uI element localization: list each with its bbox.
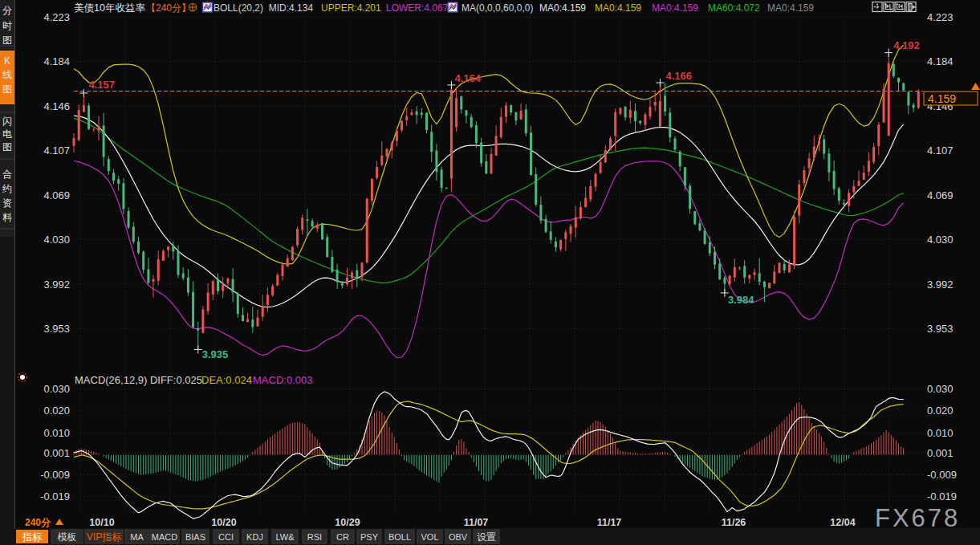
svg-text:BOLL: BOLL <box>388 532 411 542</box>
svg-text:MA60:4.072: MA60:4.072 <box>708 2 760 14</box>
svg-text:11/26: 11/26 <box>722 517 746 528</box>
svg-text:FX678: FX678 <box>875 504 960 532</box>
svg-text:CCI: CCI <box>218 532 234 542</box>
svg-text:MACD(26,12,9) DIFF:0.025: MACD(26,12,9) DIFF:0.025 <box>75 374 202 386</box>
svg-text:0.010: 0.010 <box>927 427 954 439</box>
svg-text:时: 时 <box>2 20 12 31</box>
svg-text:4.107: 4.107 <box>927 144 954 157</box>
svg-text:4.069: 4.069 <box>927 189 954 201</box>
svg-text:4.184: 4.184 <box>43 55 70 67</box>
svg-text:11/17: 11/17 <box>597 517 622 528</box>
svg-text:4.164: 4.164 <box>454 72 481 84</box>
svg-text:指标: 指标 <box>22 531 43 543</box>
svg-text:约: 约 <box>2 183 12 194</box>
svg-text:设置: 设置 <box>477 531 496 543</box>
svg-text:资: 资 <box>2 197 12 209</box>
svg-text:-0.019: -0.019 <box>40 490 70 502</box>
svg-text:4.146: 4.146 <box>43 100 70 112</box>
svg-text:240分: 240分 <box>25 517 51 528</box>
svg-text:RSI: RSI <box>307 532 322 542</box>
svg-text:3.953: 3.953 <box>43 323 70 335</box>
svg-text:MACD:0.003: MACD:0.003 <box>253 374 312 386</box>
svg-text:4.030: 4.030 <box>43 234 70 246</box>
svg-text:4.184: 4.184 <box>927 55 954 67</box>
svg-text:0.020: 0.020 <box>43 405 70 417</box>
svg-text:4.030: 4.030 <box>927 234 954 246</box>
svg-text:分: 分 <box>2 5 12 16</box>
svg-text:VOL: VOL <box>421 532 438 542</box>
svg-text:4.223: 4.223 <box>927 11 954 23</box>
svg-text:线: 线 <box>2 69 12 80</box>
svg-text:MA(0,0,0,60,0,0): MA(0,0,0,60,0,0) <box>462 2 533 14</box>
svg-text:合: 合 <box>2 169 12 180</box>
svg-text:KDJ: KDJ <box>246 532 263 542</box>
svg-text:-0.009: -0.009 <box>927 469 957 481</box>
svg-text:4.166: 4.166 <box>665 70 692 82</box>
svg-text:MA0:4.159: MA0:4.159 <box>539 2 586 14</box>
svg-text:4.223: 4.223 <box>43 11 70 23</box>
svg-text:MACD: MACD <box>152 532 177 542</box>
svg-text:0.001: 0.001 <box>927 447 954 459</box>
svg-text:10/10: 10/10 <box>89 517 114 528</box>
svg-text:MA0:4.159: MA0:4.159 <box>595 2 641 14</box>
svg-text:图: 图 <box>2 35 12 46</box>
svg-text:3.935: 3.935 <box>202 348 229 360</box>
svg-text:VIP指标: VIP指标 <box>87 531 122 543</box>
svg-text:10/29: 10/29 <box>335 517 360 528</box>
svg-text:3.992: 3.992 <box>43 279 70 291</box>
svg-text:MA: MA <box>130 532 144 542</box>
svg-text:3.984: 3.984 <box>728 294 754 306</box>
svg-text:K: K <box>4 55 10 67</box>
svg-text:0.001: 0.001 <box>43 447 70 459</box>
svg-text:-0.019: -0.019 <box>927 490 957 502</box>
svg-text:PSY: PSY <box>360 532 379 542</box>
svg-text:11/07: 11/07 <box>464 517 489 528</box>
svg-text:4.192: 4.192 <box>893 39 920 51</box>
svg-text:3.992: 3.992 <box>927 279 954 291</box>
svg-text:MA0:4.159: MA0:4.159 <box>767 2 814 14</box>
svg-text:料: 料 <box>2 212 12 223</box>
svg-text:电: 电 <box>2 128 12 140</box>
svg-text:-0.009: -0.009 <box>40 469 70 481</box>
svg-text:MA0:4.159: MA0:4.159 <box>652 2 698 14</box>
svg-text:12/04: 12/04 <box>830 517 855 528</box>
svg-text:美债10年收益率: 美债10年收益率 <box>74 2 145 14</box>
svg-text:图: 图 <box>2 141 12 153</box>
svg-text:3.953: 3.953 <box>927 323 954 335</box>
svg-text:BIAS: BIAS <box>185 532 205 542</box>
svg-text:0.030: 0.030 <box>43 383 70 395</box>
svg-text:CR: CR <box>336 532 349 542</box>
svg-text:闪: 闪 <box>2 116 12 127</box>
svg-text:【240分】: 【240分】 <box>146 2 191 14</box>
svg-text:BOLL(20,2) MID:4.134: BOLL(20,2) MID:4.134 <box>213 2 313 14</box>
svg-text:UPPER:4.201: UPPER:4.201 <box>321 2 381 14</box>
svg-text:OBV: OBV <box>449 532 468 542</box>
svg-text:0.010: 0.010 <box>43 427 70 439</box>
svg-text:4.157: 4.157 <box>88 79 115 91</box>
svg-text:4.107: 4.107 <box>43 144 70 157</box>
svg-text:10/20: 10/20 <box>211 517 236 528</box>
svg-text:LW&: LW& <box>275 532 295 542</box>
svg-text:LOWER:4.067: LOWER:4.067 <box>386 2 449 14</box>
svg-text:0.020: 0.020 <box>927 405 954 417</box>
svg-text:4.069: 4.069 <box>43 189 70 201</box>
svg-text:DEA:0.024: DEA:0.024 <box>201 374 252 386</box>
svg-text:模板: 模板 <box>58 531 77 543</box>
svg-text:图: 图 <box>2 83 12 95</box>
svg-text:4.159: 4.159 <box>928 92 956 105</box>
svg-text:0.030: 0.030 <box>927 383 954 395</box>
